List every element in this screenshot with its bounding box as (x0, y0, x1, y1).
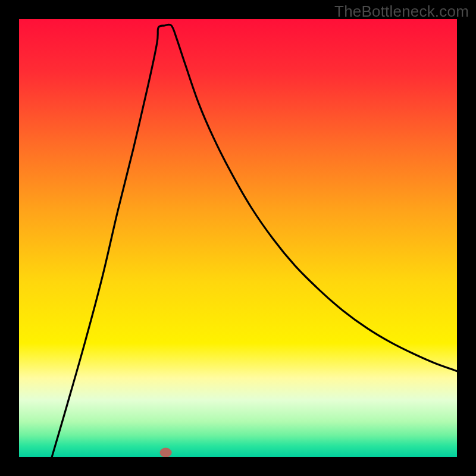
gradient-background (19, 19, 457, 457)
chart-frame: TheBottleneck.com (0, 0, 476, 476)
chart-canvas (19, 19, 457, 457)
optimum-marker (160, 448, 172, 457)
attribution-text: TheBottleneck.com (334, 2, 469, 21)
plot-area (19, 19, 457, 457)
